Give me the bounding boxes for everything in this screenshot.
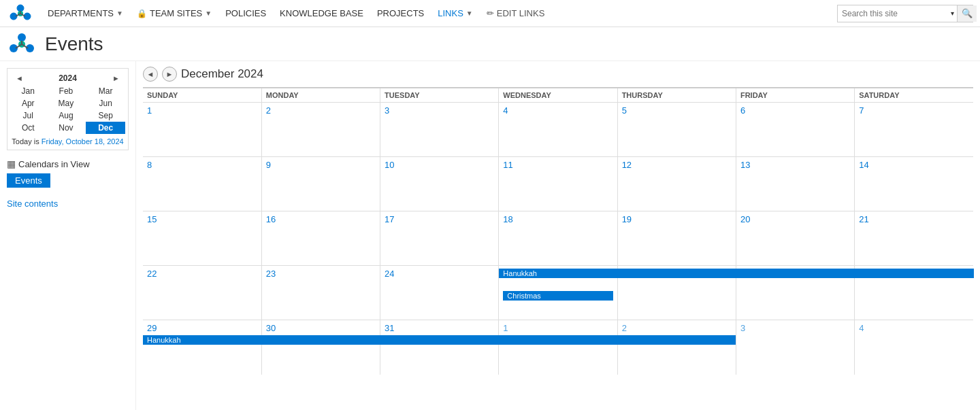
day-number: 21 xyxy=(859,214,969,224)
nav-knowledge-base[interactable]: KNOWLEDGE BASE xyxy=(274,0,369,27)
mini-cal-month-aug[interactable]: Aug xyxy=(46,109,86,122)
calendar-cell[interactable]: 6 xyxy=(736,103,854,157)
mini-cal-month-nov[interactable]: Nov xyxy=(46,122,86,134)
mini-cal-month-may[interactable]: May xyxy=(46,97,86,109)
calendar-cell[interactable]: 4 xyxy=(499,103,617,157)
calendar-cell[interactable]: 29Hanukkah xyxy=(143,320,261,375)
calendar-cell[interactable]: 18 xyxy=(499,211,617,266)
mini-cal-month-sep[interactable]: Sep xyxy=(86,109,125,122)
hanukkah-event[interactable]: Hanukkah xyxy=(499,269,973,278)
calendar-cell[interactable]: 20 xyxy=(736,211,854,266)
day-number: 2 xyxy=(622,323,732,333)
calendar-cell[interactable]: 24 xyxy=(380,266,499,320)
mini-cal-year: 2024 xyxy=(59,73,77,83)
search-button[interactable]: 🔍 xyxy=(958,5,977,22)
nav-projects[interactable]: PROJECTS xyxy=(372,0,429,27)
calendar-cell[interactable]: 16 xyxy=(261,211,380,266)
page-title: Events xyxy=(45,33,103,55)
calendar-cell[interactable]: 3 xyxy=(736,320,854,375)
day-number: 17 xyxy=(385,214,494,224)
calendar-cell[interactable]: 12 xyxy=(617,157,736,211)
day-number: 12 xyxy=(622,160,732,170)
calendar-area: ◄ ► December 2024 SUNDAYMONDAYTUESDAYWED… xyxy=(136,61,980,410)
today-prefix: Today is xyxy=(12,137,41,146)
events-button[interactable]: Events xyxy=(7,173,50,188)
col-header-thursday: THURSDAY xyxy=(617,88,736,103)
calendar-cell[interactable]: 15 xyxy=(143,211,261,266)
day-number: 4 xyxy=(503,105,612,116)
calendars-in-view[interactable]: ▦ Calendars in View xyxy=(7,158,129,169)
mini-cal-header: ◄ 2024 ► xyxy=(10,71,125,85)
mini-cal-month-mar[interactable]: Mar xyxy=(86,85,125,97)
day-number: 22 xyxy=(147,269,257,279)
cal-prev-button[interactable]: ◄ xyxy=(143,67,158,82)
calendar-cell[interactable]: 11 xyxy=(499,157,617,211)
calendar-cell[interactable]: 19 xyxy=(617,211,736,266)
mini-cal-month-oct[interactable]: Oct xyxy=(10,122,46,134)
day-number: 10 xyxy=(385,160,494,170)
search-box[interactable]: ▾ 🔍 xyxy=(837,5,973,22)
calendar-cell[interactable]: 9 xyxy=(261,157,380,211)
mini-cal-month-apr[interactable]: Apr xyxy=(10,97,46,109)
today-text: Today is Friday, October 18, 2024 xyxy=(10,137,125,147)
calendar-week-0: 1234567 xyxy=(143,103,973,157)
calendar-grid: SUNDAYMONDAYTUESDAYWEDNESDAYTHURSDAYFRID… xyxy=(143,87,973,375)
calendar-week-4: 29Hanukkah30311234 xyxy=(143,320,973,375)
page-header: Events xyxy=(0,27,980,61)
calendar-cell[interactable]: 1 xyxy=(499,320,617,375)
nav-departments-label: DEPARTMENTS xyxy=(48,8,114,18)
search-input[interactable] xyxy=(838,5,948,22)
calendar-cell[interactable]: 5 xyxy=(617,103,736,157)
mini-cal-month-feb[interactable]: Feb xyxy=(46,85,86,97)
nav-knowledge-base-label: KNOWLEDGE BASE xyxy=(280,8,363,18)
nav-team-sites[interactable]: 🔒 TEAM SITES ▼ xyxy=(131,0,217,27)
nav-edit-links[interactable]: ✏ EDIT LINKS xyxy=(481,0,551,27)
calendar-cell[interactable]: 13 xyxy=(736,157,854,211)
day-number: 4 xyxy=(859,323,969,333)
mini-cal-month-jun[interactable]: Jun xyxy=(86,97,125,109)
calendar-cell[interactable]: 14 xyxy=(855,157,973,211)
cal-next-button[interactable]: ► xyxy=(162,67,177,82)
nav-projects-label: PROJECTS xyxy=(377,8,424,18)
col-header-saturday: SATURDAY xyxy=(855,88,973,103)
calendar-cell[interactable]: 23 xyxy=(261,266,380,320)
day-number: 3 xyxy=(740,323,850,333)
departments-dropdown-icon: ▼ xyxy=(116,10,123,17)
calendar-cell[interactable]: 8 xyxy=(143,157,261,211)
calendar-cell[interactable]: 30 xyxy=(261,320,380,375)
calendar-cell[interactable]: 10 xyxy=(380,157,499,211)
christmas-event[interactable]: Christmas xyxy=(503,291,612,301)
nav-policies[interactable]: POLICIES xyxy=(220,0,272,27)
day-number: 9 xyxy=(266,160,376,170)
nav-links[interactable]: LINKS ▼ xyxy=(432,0,478,27)
mini-cal-prev[interactable]: ◄ xyxy=(13,73,26,84)
calendar-cell[interactable]: 31 xyxy=(380,320,499,375)
col-header-tuesday: TUESDAY xyxy=(380,88,499,103)
day-number: 19 xyxy=(622,214,732,224)
calendar-cell[interactable]: 3 xyxy=(380,103,499,157)
day-number: 1 xyxy=(147,105,257,116)
calendar-cell[interactable]: 22 xyxy=(143,266,261,320)
logo-area xyxy=(7,0,34,27)
mini-cal-next[interactable]: ► xyxy=(110,73,122,84)
mini-cal-month-dec[interactable]: Dec xyxy=(86,122,125,134)
today-link[interactable]: Friday, October 18, 2024 xyxy=(42,137,124,146)
calendar-cell[interactable]: 17 xyxy=(380,211,499,266)
day-number: 2 xyxy=(266,105,376,116)
day-number: 18 xyxy=(503,214,612,224)
site-contents-link[interactable]: Site contents xyxy=(7,199,58,209)
calendar-cell[interactable]: 1 xyxy=(143,103,261,157)
calendar-cell[interactable]: 2 xyxy=(617,320,736,375)
calendar-cell[interactable]: 25ChristmasHanukkah xyxy=(499,266,617,320)
calendar-week-2: 15161718192021 xyxy=(143,211,973,266)
hanukkah-event[interactable]: Hanukkah xyxy=(143,335,736,345)
day-number: 7 xyxy=(859,105,969,116)
mini-cal-month-jul[interactable]: Jul xyxy=(10,109,46,122)
search-dropdown-arrow[interactable]: ▾ xyxy=(948,5,958,22)
calendar-cell[interactable]: 4 xyxy=(855,320,973,375)
calendar-cell[interactable]: 21 xyxy=(855,211,973,266)
calendar-cell[interactable]: 7 xyxy=(855,103,973,157)
mini-cal-month-jan[interactable]: Jan xyxy=(10,85,46,97)
calendar-cell[interactable]: 2 xyxy=(261,103,380,157)
nav-departments[interactable]: DEPARTMENTS ▼ xyxy=(42,0,129,27)
